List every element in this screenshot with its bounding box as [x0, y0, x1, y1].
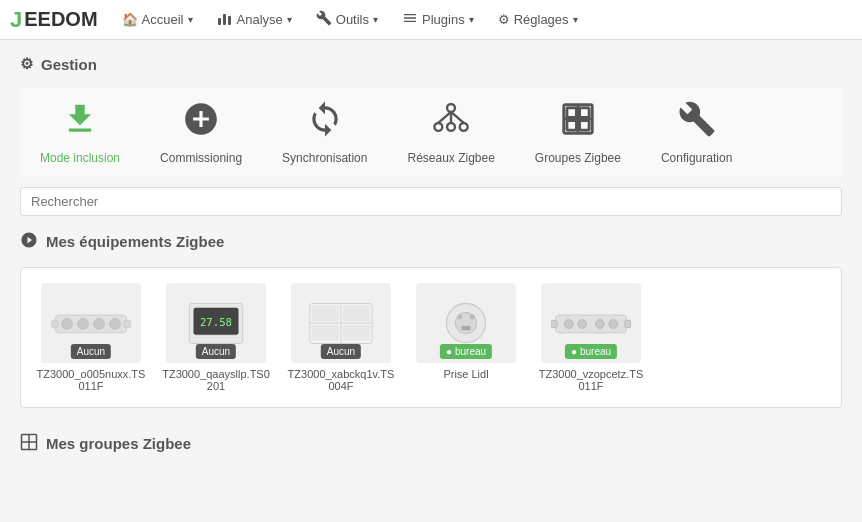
- nav-outils-caret: ▾: [373, 14, 378, 25]
- groups-section-icon: [20, 433, 38, 454]
- tool-commissioning[interactable]: Commissioning: [140, 88, 262, 177]
- tool-groupes-zigbee[interactable]: Groupes Zigbee: [515, 88, 641, 177]
- svg-point-43: [609, 319, 618, 328]
- equipements-section: Aucun TZ3000_o005nuxx.TS011F 27.58 Aucun…: [20, 267, 842, 408]
- svg-point-19: [78, 318, 89, 329]
- equip-img-3: ● bureau: [416, 283, 516, 363]
- nav-reglages-caret: ▾: [573, 14, 578, 25]
- nav-plugins-caret: ▾: [469, 14, 474, 25]
- sync-icon: [306, 100, 344, 143]
- brand-logo[interactable]: JEEDOM: [10, 7, 98, 33]
- svg-rect-45: [625, 320, 631, 327]
- equip-name-0: TZ3000_o005nuxx.TS011F: [36, 368, 146, 392]
- svg-point-18: [62, 318, 73, 329]
- equip-img-4: ● bureau: [541, 283, 641, 363]
- tool-configuration-label: Configuration: [661, 151, 732, 165]
- config-icon: [678, 100, 716, 143]
- tool-reseaux-zigbee-label: Réseaux Zigbee: [407, 151, 494, 165]
- svg-line-9: [451, 112, 464, 123]
- nav-reglages[interactable]: ⚙ Réglages ▾: [488, 0, 588, 40]
- tool-synchronisation-label: Synchronisation: [282, 151, 367, 165]
- equip-img-1: 27.58 Aucun: [166, 283, 266, 363]
- chart-icon: [217, 10, 233, 29]
- equip-name-2: TZ3000_xabckq1v.TS004F: [286, 368, 396, 392]
- svg-rect-14: [579, 108, 589, 118]
- svg-point-6: [460, 123, 468, 131]
- svg-rect-30: [312, 305, 340, 321]
- svg-rect-16: [579, 121, 589, 130]
- tool-mode-inclusion-label: Mode inclusion: [40, 151, 120, 165]
- navbar: JEEDOM 🏠 Accueil ▾ Analyse ▾ Outils ▾ Pl…: [0, 0, 862, 40]
- svg-rect-22: [51, 320, 58, 327]
- svg-rect-0: [218, 18, 221, 25]
- svg-point-20: [94, 318, 105, 329]
- nav-outils-label: Outils: [336, 12, 369, 27]
- svg-point-37: [470, 314, 475, 319]
- gear-icon: ⚙: [20, 55, 33, 73]
- svg-rect-32: [312, 324, 340, 340]
- svg-point-4: [435, 123, 443, 131]
- equip-name-3: Prise Lidl: [443, 368, 488, 380]
- tools-row: Mode inclusion Commissioning Synchronisa…: [20, 88, 842, 177]
- svg-rect-31: [343, 305, 371, 321]
- nav-plugins[interactable]: Plugins ▾: [392, 0, 484, 40]
- gear-nav-icon: ⚙: [498, 12, 510, 27]
- nav-analyse-label: Analyse: [237, 12, 283, 27]
- badge-1: Aucun: [196, 344, 236, 359]
- equip-img-2: Aucun: [291, 283, 391, 363]
- commissioning-icon: [182, 100, 220, 143]
- plugins-icon: [402, 10, 418, 29]
- nav-analyse-caret: ▾: [287, 14, 292, 25]
- nav-analyse[interactable]: Analyse ▾: [207, 0, 302, 40]
- svg-point-5: [447, 123, 455, 131]
- nav-outils[interactable]: Outils ▾: [306, 0, 388, 40]
- tool-configuration[interactable]: Configuration: [641, 88, 752, 177]
- gestion-title: Gestion: [41, 56, 97, 73]
- equip-card-3[interactable]: ● bureau Prise Lidl: [411, 283, 521, 392]
- equip-name-4: TZ3000_vzopcetz.TS011F: [536, 368, 646, 392]
- svg-rect-44: [551, 320, 557, 327]
- equip-card-0[interactable]: Aucun TZ3000_o005nuxx.TS011F: [36, 283, 146, 392]
- badge-0: Aucun: [71, 344, 111, 359]
- groupes-title: Mes groupes Zigbee: [46, 435, 191, 452]
- zigbee-equip-icon: [20, 231, 38, 252]
- badge-3: ● bureau: [440, 344, 492, 359]
- svg-point-36: [457, 314, 462, 319]
- svg-line-7: [438, 112, 451, 123]
- equipements-header: Mes équipements Zigbee: [20, 231, 842, 252]
- groupes-header: Mes groupes Zigbee: [20, 423, 842, 464]
- equip-card-4[interactable]: ● bureau TZ3000_vzopcetz.TS011F: [536, 283, 646, 392]
- search-input[interactable]: [20, 187, 842, 216]
- svg-point-21: [110, 318, 121, 329]
- badge-2: Aucun: [321, 344, 361, 359]
- badge-4: ● bureau: [565, 344, 617, 359]
- svg-point-42: [595, 319, 604, 328]
- nav-accueil-label: Accueil: [142, 12, 184, 27]
- equipements-title: Mes équipements Zigbee: [46, 233, 224, 250]
- equip-grid: Aucun TZ3000_o005nuxx.TS011F 27.58 Aucun…: [36, 283, 826, 392]
- svg-point-41: [578, 319, 587, 328]
- svg-rect-2: [228, 16, 231, 25]
- svg-rect-23: [124, 320, 131, 327]
- nav-reglages-label: Réglages: [514, 12, 569, 27]
- equip-name-1: TZ3000_qaaysllp.TS0201: [161, 368, 271, 392]
- equip-card-1[interactable]: 27.58 Aucun TZ3000_qaaysllp.TS0201: [161, 283, 271, 392]
- gestion-header: ⚙ Gestion: [20, 55, 842, 73]
- svg-text:27.58: 27.58: [200, 315, 232, 328]
- equip-card-2[interactable]: Aucun TZ3000_xabckq1v.TS004F: [286, 283, 396, 392]
- inclusion-icon: [61, 100, 99, 143]
- nav-plugins-label: Plugins: [422, 12, 465, 27]
- tool-mode-inclusion[interactable]: Mode inclusion: [20, 88, 140, 177]
- svg-rect-15: [567, 121, 577, 130]
- tool-reseaux-zigbee[interactable]: Réseaux Zigbee: [387, 88, 514, 177]
- nav-accueil[interactable]: 🏠 Accueil ▾: [112, 0, 203, 40]
- groups-icon: [559, 100, 597, 143]
- svg-rect-1: [223, 14, 226, 25]
- main-content: ⚙ Gestion Mode inclusion Commissioning: [0, 40, 862, 479]
- svg-point-40: [564, 319, 573, 328]
- svg-point-3: [447, 104, 455, 112]
- wrench-icon: [316, 10, 332, 29]
- network-icon: [432, 100, 470, 143]
- tool-groupes-zigbee-label: Groupes Zigbee: [535, 151, 621, 165]
- tool-synchronisation[interactable]: Synchronisation: [262, 88, 387, 177]
